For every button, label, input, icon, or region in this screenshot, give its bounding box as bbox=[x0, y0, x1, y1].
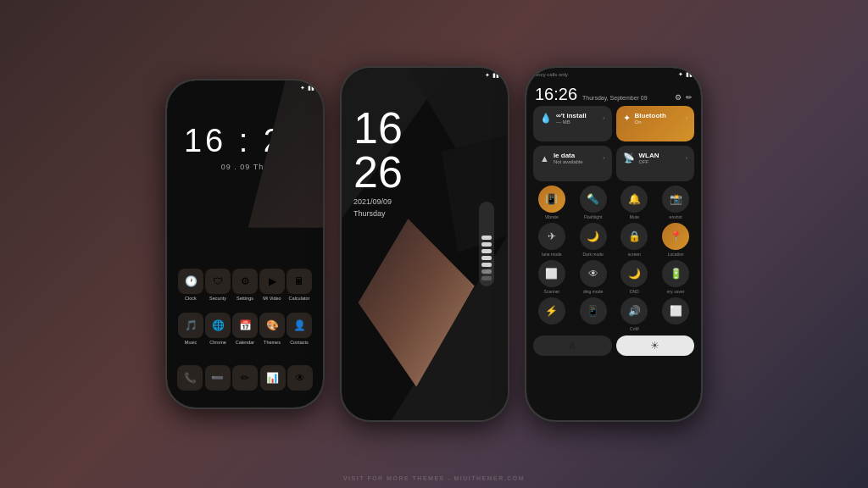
chrome-icon: 🌐 bbox=[205, 313, 231, 338]
airplane-button[interactable]: ✈ lane mode bbox=[533, 223, 570, 257]
location-label: Location bbox=[668, 252, 684, 257]
a-icon: A bbox=[569, 341, 576, 351]
wlan-sub: OFF bbox=[639, 159, 659, 164]
app-security[interactable]: 🛡 Security bbox=[204, 269, 231, 301]
phone3-date: Thursday, September 09 bbox=[582, 95, 648, 101]
app-mivideo-label: Mi Video bbox=[263, 296, 281, 301]
phone2-bluetooth-icon: ✦ bbox=[485, 72, 490, 79]
app-mivideo[interactable]: ▶ Mi Video bbox=[259, 269, 286, 301]
gear-icon[interactable]: ⚙ bbox=[675, 93, 682, 102]
cast-button[interactable]: 📱 bbox=[575, 297, 612, 331]
phone2-time-line2: 26 bbox=[353, 150, 403, 194]
screenshot-label: enshot bbox=[670, 214, 682, 219]
security-icon: 🛡 bbox=[205, 269, 231, 294]
mobile-data-sub: — MB bbox=[556, 119, 587, 125]
accessibility-pill[interactable]: A bbox=[533, 336, 612, 356]
mobile-data-title: ∞'t install bbox=[556, 112, 587, 119]
svg-marker-4 bbox=[442, 135, 508, 252]
phone3-battery-icon: ▮▮ bbox=[686, 71, 693, 78]
flash-button[interactable]: ⚡ bbox=[533, 297, 570, 331]
battery-saver-button[interactable]: 🔋 ery saver bbox=[657, 260, 694, 294]
darkmode-button[interactable]: 🌙 Dark mode bbox=[575, 223, 612, 257]
phone1-app-row-2: 🎵 Music 🌐 Chrome 📅 Calendar 🎨 bbox=[177, 313, 313, 345]
edit-icon[interactable]: ✏ bbox=[686, 93, 693, 102]
screenshot-icon: 📸 bbox=[662, 186, 689, 213]
dock-eye-icon[interactable]: 👁 bbox=[287, 365, 313, 391]
bluetooth-card[interactable]: ✦ Bluetooth On › bbox=[616, 106, 695, 141]
card1-arrow-icon: › bbox=[603, 115, 604, 121]
location-icon: 📍 bbox=[662, 223, 689, 250]
app-clock[interactable]: 🕐 Clock bbox=[177, 269, 204, 301]
dock-edit-icon[interactable]: ✏ bbox=[232, 365, 258, 391]
le-icon: ▲ bbox=[540, 153, 549, 164]
brightness-pill[interactable]: ☀ bbox=[616, 336, 695, 356]
watermark-text: VISIT FOR MORE THEMES - MIUITHEMER.COM bbox=[343, 475, 525, 481]
app-contacts[interactable]: 👤 Contacts bbox=[286, 313, 313, 345]
dock-minus-icon[interactable]: ➖ bbox=[205, 365, 231, 391]
mivideo-icon: ▶ bbox=[259, 269, 285, 294]
wlan-card-top: 📡 WLAN OFF › bbox=[623, 152, 688, 164]
card3-arrow-icon: › bbox=[603, 155, 604, 161]
phone1-date: 09 . 09 Thu bbox=[221, 163, 269, 171]
darkmode-icon: 🌙 bbox=[580, 223, 607, 250]
bluetooth-sub: On bbox=[635, 119, 666, 125]
phone1-status-bar: ✦ ▮▮ bbox=[167, 85, 323, 92]
calculator-icon: 🖩 bbox=[287, 269, 312, 294]
calendar-icon: 📅 bbox=[232, 313, 258, 338]
mobile-le-card[interactable]: ▲ le data Not available › bbox=[533, 146, 612, 181]
le-text: le data Not available bbox=[554, 152, 583, 164]
app-themes[interactable]: 🎨 Themes bbox=[259, 313, 286, 345]
app-chrome[interactable]: 🌐 Chrome bbox=[204, 313, 231, 345]
phones-container: ✦ ▮▮ 16 : 26 09 . 09 Thu 🕐 Clock bbox=[0, 0, 868, 488]
app-calculator[interactable]: 🖩 Calculator bbox=[286, 269, 313, 301]
airplane-icon: ✈ bbox=[538, 223, 565, 250]
dnd-button[interactable]: 🌙 DND bbox=[616, 260, 654, 294]
phone2-date-line1: 2021/09/09 bbox=[353, 197, 403, 206]
le-title: le data bbox=[554, 152, 583, 159]
phone3-header-icons: ⚙ ✏ bbox=[675, 93, 693, 102]
clock-icon: 🕐 bbox=[178, 269, 203, 294]
phone3-bluetooth-icon: ✦ bbox=[678, 71, 683, 78]
le-sub: Not available bbox=[554, 159, 583, 164]
dnd-label: DND bbox=[630, 289, 639, 294]
battery-icon: ▮▮ bbox=[308, 85, 314, 92]
mute-label: Mute bbox=[630, 214, 639, 219]
scanner-button[interactable]: ⬜ Scanner bbox=[533, 260, 570, 294]
phone2-volume-slider[interactable] bbox=[479, 202, 494, 286]
phone3-cards-row1: 💧 ∞'t install — MB › ✦ Bluetoo bbox=[526, 106, 701, 141]
screenshot-button[interactable]: 📸 enshot bbox=[657, 186, 694, 219]
reading-button[interactable]: 👁 ding mode bbox=[575, 260, 612, 294]
flashlight-label: Flashlight bbox=[584, 214, 602, 219]
themes-icon: 🎨 bbox=[259, 313, 285, 338]
vibrate-button[interactable]: 📳 Vibrate bbox=[533, 186, 570, 219]
wlan-card[interactable]: 📡 WLAN OFF › bbox=[616, 146, 695, 181]
com-button[interactable]: 🔊 CoM bbox=[616, 297, 654, 331]
dock-chart-icon[interactable]: 📊 bbox=[260, 365, 286, 391]
location-button[interactable]: 📍 Location bbox=[657, 223, 694, 257]
reading-icon: 👁 bbox=[580, 260, 607, 287]
lockscreen-button[interactable]: 🔒 screen bbox=[616, 223, 654, 257]
com-icon: 🔊 bbox=[620, 297, 648, 324]
app-music[interactable]: 🎵 Music bbox=[177, 313, 204, 345]
wlan-icon: 📡 bbox=[623, 152, 635, 164]
dock-phone-icon[interactable]: 📞 bbox=[177, 365, 203, 391]
phone3-status-bar: ency calls only ✦ ▮▮ bbox=[526, 68, 701, 78]
scanner-icon: ⬜ bbox=[538, 260, 565, 287]
app-settings[interactable]: ⚙ Settings bbox=[231, 269, 259, 301]
flashlight-button[interactable]: 🔦 Flashlight bbox=[575, 186, 612, 219]
com-label: CoM bbox=[630, 326, 639, 331]
app-settings-label: Settings bbox=[236, 296, 253, 301]
mobile-data-card[interactable]: 💧 ∞'t install — MB › bbox=[533, 106, 612, 141]
vibrate-icon: 📳 bbox=[538, 186, 565, 213]
expand-button[interactable]: ⬜ bbox=[657, 297, 694, 331]
phone1-dock: 📞 ➖ ✏ 📊 👁 bbox=[167, 365, 323, 391]
app-calendar[interactable]: 📅 Calendar bbox=[231, 313, 259, 345]
mute-button[interactable]: 🔔 Mute bbox=[616, 186, 654, 219]
music-icon: 🎵 bbox=[178, 313, 203, 338]
phone3-header: 16:26 Thursday, September 09 ⚙ ✏ bbox=[526, 78, 701, 106]
quick-row-4: ⚡ 📱 🔊 CoM ⬜ bbox=[526, 297, 701, 331]
phone1-apps: 🕐 Clock 🛡 Security ⚙ Settings ▶ bbox=[167, 269, 323, 357]
phone2-time-widget: 16 26 2021/09/09 Thursday bbox=[353, 106, 403, 218]
app-clock-label: Clock bbox=[185, 296, 197, 301]
flashlight-icon: 🔦 bbox=[580, 186, 607, 213]
